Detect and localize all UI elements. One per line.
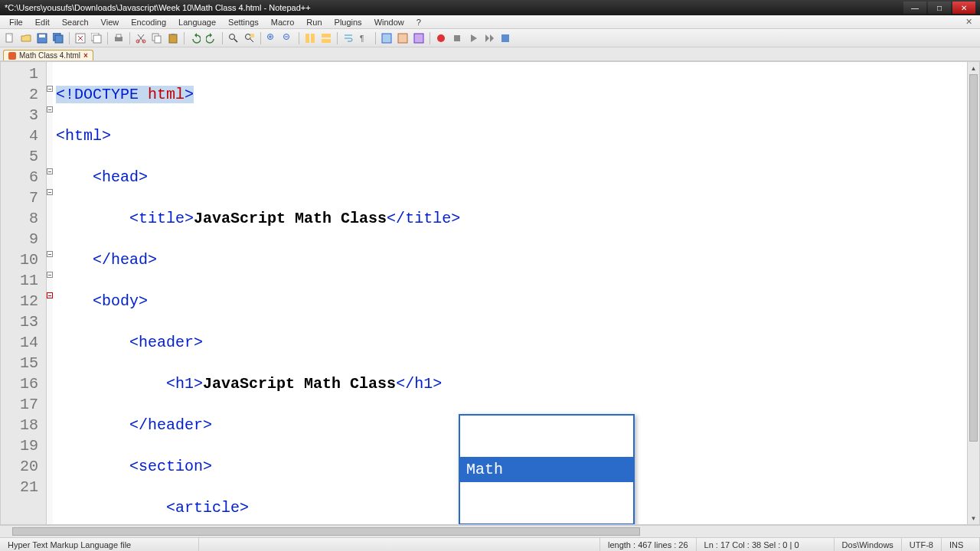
autocomplete-item[interactable]: Math	[460, 457, 633, 482]
toolbar-separator	[337, 32, 338, 44]
menu-search[interactable]: Search	[56, 16, 95, 28]
copy-icon[interactable]	[150, 31, 164, 45]
status-spacer	[199, 538, 600, 551]
print-icon[interactable]	[112, 31, 126, 45]
line-number: 19	[1, 435, 38, 456]
menu-window[interactable]: Window	[368, 16, 410, 28]
menu-file[interactable]: File	[3, 16, 29, 28]
show-chars-icon[interactable]: ¶	[358, 31, 371, 45]
sync-h-icon[interactable]	[319, 31, 333, 45]
fold-marker[interactable]	[47, 272, 53, 278]
close-all-icon[interactable]	[90, 31, 103, 45]
scroll-down-icon[interactable]: ▼	[968, 512, 979, 524]
line-number: 3	[1, 105, 38, 126]
zoom-in-icon[interactable]	[265, 31, 279, 45]
toolbar: ¶	[0, 29, 980, 47]
menu-settings[interactable]: Settings	[222, 16, 265, 28]
line-number: 18	[1, 415, 38, 435]
toolbar-separator	[184, 32, 185, 44]
line-number: 21	[1, 477, 38, 497]
line-number: 14	[1, 332, 38, 353]
menu-encoding[interactable]: Encoding	[125, 16, 172, 28]
file-tab-active[interactable]: Math Class 4.html ×	[3, 50, 93, 60]
redo-icon[interactable]	[204, 31, 218, 45]
open-file-icon[interactable]	[19, 31, 33, 45]
menu-plugins[interactable]: Plugins	[328, 16, 368, 28]
undo-icon[interactable]	[188, 31, 202, 45]
svg-rect-18	[250, 34, 254, 37]
menu-edit[interactable]: Edit	[29, 16, 56, 28]
menu-run[interactable]: Run	[300, 16, 328, 28]
line-number: 2	[1, 84, 38, 105]
window-maximize-button[interactable]: □	[928, 2, 951, 14]
file-tab-bar: Math Class 4.html ×	[0, 47, 980, 61]
svg-rect-7	[93, 35, 101, 43]
code-editor[interactable]: <!DOCTYPE html> <html> <head> <title>Jav…	[53, 62, 967, 524]
new-file-icon[interactable]	[3, 31, 17, 45]
save-icon[interactable]	[35, 31, 49, 45]
line-number: 10	[1, 249, 38, 270]
fold-marker[interactable]	[47, 251, 53, 257]
zoom-out-icon[interactable]	[281, 31, 295, 45]
window-close-button[interactable]: ✕	[952, 2, 975, 14]
svg-rect-30	[454, 35, 460, 41]
window-titlebar: *C:\Users\yousufs\Downloads\Javascript\W…	[0, 0, 980, 15]
editor-area: 1 2 3 4 5 6 7 8 9 10 11 12 13 14 15 16 1…	[0, 61, 980, 525]
cut-icon[interactable]	[134, 31, 148, 45]
line-number: 4	[1, 126, 38, 146]
window-title: *C:\Users\yousufs\Downloads\Javascript\W…	[5, 3, 903, 12]
function-list-icon[interactable]	[396, 31, 410, 45]
fold-marker[interactable]	[47, 189, 53, 195]
fold-marker[interactable]	[47, 168, 53, 174]
toolbar-separator	[260, 32, 261, 44]
status-encoding: UTF-8	[902, 538, 942, 551]
close-file-icon[interactable]	[74, 31, 87, 45]
find-icon[interactable]	[227, 31, 240, 45]
svg-point-16	[230, 34, 235, 39]
svg-rect-14	[169, 34, 177, 43]
svg-rect-27	[398, 34, 407, 43]
window-minimize-button[interactable]: —	[903, 2, 926, 14]
wrap-icon[interactable]	[341, 31, 355, 45]
fold-marker[interactable]	[47, 292, 53, 298]
menu-close-doc-button[interactable]: ✕	[961, 17, 977, 27]
replace-icon[interactable]	[243, 31, 256, 45]
sync-v-icon[interactable]	[303, 31, 317, 45]
doc-map-icon[interactable]	[412, 31, 426, 45]
line-number: 12	[1, 291, 38, 311]
line-number: 1	[1, 64, 38, 84]
save-all-icon[interactable]	[51, 31, 65, 45]
line-number: 20	[1, 456, 38, 477]
indent-guide-icon[interactable]	[380, 31, 394, 45]
menu-language[interactable]: Language	[172, 16, 222, 28]
menu-help[interactable]: ?	[410, 16, 427, 28]
toolbar-separator	[107, 32, 108, 44]
line-number: 6	[1, 167, 38, 187]
stop-icon[interactable]	[450, 31, 464, 45]
svg-rect-31	[501, 34, 509, 42]
scrollbar-thumb[interactable]	[969, 74, 978, 442]
scroll-up-icon[interactable]: ▲	[968, 62, 979, 74]
svg-rect-0	[6, 34, 12, 42]
status-eol: Dos\Windows	[835, 538, 902, 551]
paste-icon[interactable]	[166, 31, 180, 45]
autocomplete-popup[interactable]: Math	[459, 414, 635, 525]
svg-rect-28	[414, 34, 423, 43]
vertical-scrollbar[interactable]: ▲ ▼	[967, 62, 979, 524]
status-bar: Hyper Text Markup Language file length :…	[0, 537, 980, 551]
scrollbar-thumb[interactable]	[12, 527, 640, 536]
horizontal-scrollbar[interactable]	[0, 525, 980, 537]
play-icon[interactable]	[466, 31, 480, 45]
menu-view[interactable]: View	[95, 16, 126, 28]
line-number: 15	[1, 353, 38, 373]
toolbar-separator	[430, 32, 430, 44]
record-icon[interactable]	[434, 31, 448, 45]
status-filetype: Hyper Text Markup Language file	[0, 538, 199, 551]
status-insert-mode[interactable]: INS	[942, 538, 980, 551]
menu-macro[interactable]: Macro	[265, 16, 301, 28]
fold-marker[interactable]	[47, 106, 53, 112]
fold-marker[interactable]	[47, 86, 53, 92]
save-macro-icon[interactable]	[498, 31, 512, 45]
tab-close-icon[interactable]: ×	[83, 51, 88, 60]
play-multi-icon[interactable]	[482, 31, 496, 45]
